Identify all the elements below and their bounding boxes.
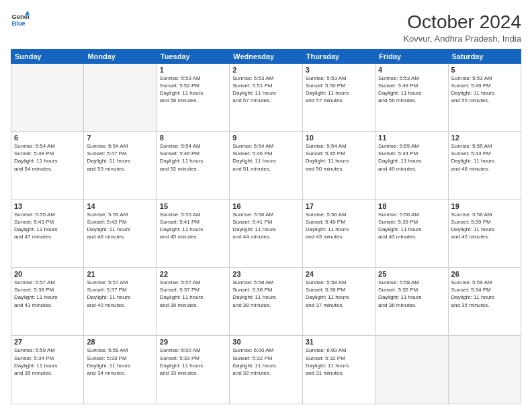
calendar-table: Sunday Monday Tuesday Wednesday Thursday… [11,49,521,404]
table-row: 18Sunrise: 5:56 AM Sunset: 5:39 PM Dayli… [375,199,448,267]
day-info: Sunrise: 5:59 AM Sunset: 5:33 PM Dayligh… [87,347,153,377]
day-number: 18 [378,202,445,210]
table-row: 16Sunrise: 5:56 AM Sunset: 5:41 PM Dayli… [230,199,302,267]
day-info: Sunrise: 5:55 AM Sunset: 5:44 PM Dayligh… [378,142,445,173]
day-number: 11 [378,134,445,142]
calendar-week-4: 27Sunrise: 5:59 AM Sunset: 5:34 PM Dayli… [11,336,521,404]
day-info: Sunrise: 5:54 AM Sunset: 5:48 PM Dayligh… [14,142,81,173]
day-number: 13 [14,202,81,210]
day-number: 5 [451,66,518,74]
table-row: 12Sunrise: 5:55 AM Sunset: 5:43 PM Dayli… [448,132,521,199]
table-row: 9Sunrise: 5:54 AM Sunset: 5:46 PM Daylig… [230,132,302,199]
day-info: Sunrise: 6:00 AM Sunset: 5:32 PM Dayligh… [232,347,299,377]
table-row: 8Sunrise: 5:54 AM Sunset: 5:46 PM Daylig… [157,132,229,199]
day-info: Sunrise: 5:53 AM Sunset: 5:49 PM Dayligh… [378,75,445,105]
day-info: Sunrise: 5:53 AM Sunset: 5:49 PM Dayligh… [451,75,518,105]
day-info: Sunrise: 5:56 AM Sunset: 5:40 PM Dayligh… [306,211,372,241]
day-number: 21 [87,270,153,278]
day-info: Sunrise: 5:58 AM Sunset: 5:36 PM Dayligh… [232,279,299,309]
title-block: October 2024 Kovvur, Andhra Pradesh, Ind… [403,11,521,44]
day-info: Sunrise: 5:59 AM Sunset: 5:34 PM Dayligh… [451,279,518,309]
day-info: Sunrise: 5:57 AM Sunset: 5:37 PM Dayligh… [160,279,226,309]
day-info: Sunrise: 5:59 AM Sunset: 5:34 PM Dayligh… [14,347,81,377]
day-info: Sunrise: 5:58 AM Sunset: 5:35 PM Dayligh… [378,279,445,309]
table-row: 26Sunrise: 5:59 AM Sunset: 5:34 PM Dayli… [448,268,521,336]
day-info: Sunrise: 5:58 AM Sunset: 5:36 PM Dayligh… [306,279,372,309]
day-info: Sunrise: 5:55 AM Sunset: 5:41 PM Dayligh… [160,211,226,241]
day-number: 17 [306,202,372,210]
day-number: 6 [14,134,81,142]
table-row: 21Sunrise: 5:57 AM Sunset: 5:37 PM Dayli… [84,268,157,336]
day-info: Sunrise: 6:00 AM Sunset: 5:33 PM Dayligh… [160,347,226,377]
day-number: 25 [378,270,445,278]
col-tuesday: Tuesday [157,49,229,63]
table-row [448,336,521,404]
table-row: 2Sunrise: 5:53 AM Sunset: 5:51 PM Daylig… [230,63,302,131]
table-row: 15Sunrise: 5:55 AM Sunset: 5:41 PM Dayli… [157,199,229,267]
table-row [375,336,448,404]
day-number: 27 [14,338,81,346]
table-row: 13Sunrise: 5:55 AM Sunset: 5:43 PM Dayli… [11,199,84,267]
calendar-week-3: 20Sunrise: 5:57 AM Sunset: 5:38 PM Dayli… [11,268,521,336]
day-info: Sunrise: 5:54 AM Sunset: 5:47 PM Dayligh… [87,142,153,173]
day-number: 10 [306,134,372,142]
day-number: 20 [14,270,81,278]
col-thursday: Thursday [302,49,375,63]
day-number: 4 [378,66,445,74]
table-row: 20Sunrise: 5:57 AM Sunset: 5:38 PM Dayli… [11,268,84,336]
day-info: Sunrise: 5:54 AM Sunset: 5:46 PM Dayligh… [160,142,226,173]
day-number: 31 [306,338,372,346]
day-number: 24 [306,270,372,278]
day-info: Sunrise: 5:57 AM Sunset: 5:38 PM Dayligh… [14,279,81,309]
day-number: 8 [160,134,226,142]
day-number: 15 [160,202,226,210]
calendar-week-0: 1Sunrise: 5:53 AM Sunset: 5:52 PM Daylig… [11,63,521,131]
calendar-week-1: 6Sunrise: 5:54 AM Sunset: 5:48 PM Daylig… [11,132,521,199]
day-info: Sunrise: 5:55 AM Sunset: 5:43 PM Dayligh… [451,142,518,173]
day-number: 14 [87,202,153,210]
day-info: Sunrise: 5:54 AM Sunset: 5:45 PM Dayligh… [306,142,372,173]
table-row: 31Sunrise: 6:00 AM Sunset: 5:32 PM Dayli… [302,336,375,404]
day-number: 30 [232,338,299,346]
day-number: 2 [232,66,299,74]
day-info: Sunrise: 6:00 AM Sunset: 5:32 PM Dayligh… [306,347,372,377]
table-row: 29Sunrise: 6:00 AM Sunset: 5:33 PM Dayli… [157,336,229,404]
table-row: 23Sunrise: 5:58 AM Sunset: 5:36 PM Dayli… [230,268,302,336]
day-info: Sunrise: 5:55 AM Sunset: 5:43 PM Dayligh… [14,211,81,241]
calendar-week-2: 13Sunrise: 5:55 AM Sunset: 5:43 PM Dayli… [11,199,521,267]
logo-icon: General Blue [11,11,30,30]
day-number: 1 [160,66,226,74]
table-row: 25Sunrise: 5:58 AM Sunset: 5:35 PM Dayli… [375,268,448,336]
table-row: 1Sunrise: 5:53 AM Sunset: 5:52 PM Daylig… [157,63,229,131]
table-row [84,63,157,131]
day-number: 16 [232,202,299,210]
col-monday: Monday [84,49,157,63]
day-number: 28 [87,338,153,346]
header-row: Sunday Monday Tuesday Wednesday Thursday… [11,49,521,63]
logo: General Blue [11,11,30,30]
svg-text:Blue: Blue [12,20,26,27]
col-friday: Friday [375,49,448,63]
table-row: 14Sunrise: 5:55 AM Sunset: 5:42 PM Dayli… [84,199,157,267]
day-info: Sunrise: 5:57 AM Sunset: 5:37 PM Dayligh… [87,279,153,309]
table-row: 24Sunrise: 5:58 AM Sunset: 5:36 PM Dayli… [302,268,375,336]
table-row: 7Sunrise: 5:54 AM Sunset: 5:47 PM Daylig… [84,132,157,199]
day-number: 3 [306,66,372,74]
col-sunday: Sunday [11,49,84,63]
table-row: 22Sunrise: 5:57 AM Sunset: 5:37 PM Dayli… [157,268,229,336]
table-row: 28Sunrise: 5:59 AM Sunset: 5:33 PM Dayli… [84,336,157,404]
col-wednesday: Wednesday [230,49,302,63]
table-row [11,63,84,131]
day-info: Sunrise: 5:55 AM Sunset: 5:42 PM Dayligh… [87,211,153,241]
table-row: 5Sunrise: 5:53 AM Sunset: 5:49 PM Daylig… [448,63,521,131]
day-number: 26 [451,270,518,278]
day-number: 7 [87,134,153,142]
day-info: Sunrise: 5:53 AM Sunset: 5:52 PM Dayligh… [160,75,226,105]
table-row: 10Sunrise: 5:54 AM Sunset: 5:45 PM Dayli… [302,132,375,199]
day-number: 9 [232,134,299,142]
day-info: Sunrise: 5:53 AM Sunset: 5:50 PM Dayligh… [306,75,372,105]
day-info: Sunrise: 5:56 AM Sunset: 5:41 PM Dayligh… [232,211,299,241]
table-row: 6Sunrise: 5:54 AM Sunset: 5:48 PM Daylig… [11,132,84,199]
day-number: 23 [232,270,299,278]
day-number: 19 [451,202,518,210]
